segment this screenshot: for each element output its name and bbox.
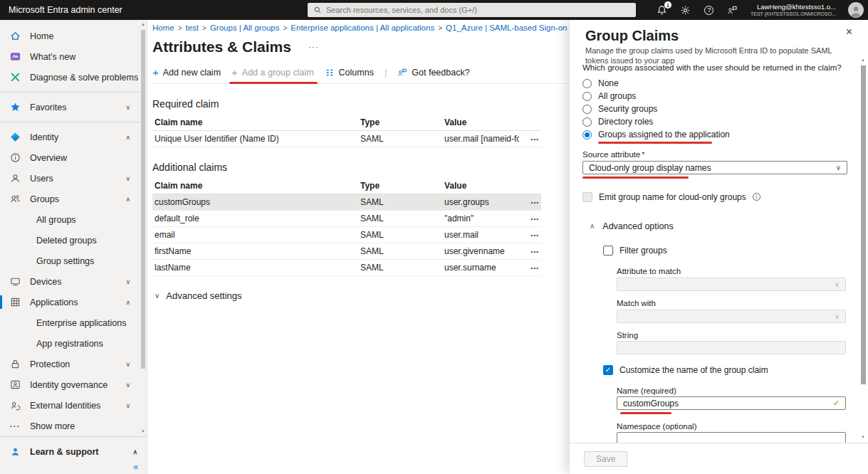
column-header[interactable]: Value: [444, 117, 519, 127]
feedback-button[interactable]: [727, 4, 738, 16]
add-group-claim-button[interactable]: + Add a group claim: [231, 68, 314, 78]
row-menu-button[interactable]: •••: [519, 248, 539, 255]
chevron-up-icon[interactable]: ∧: [132, 448, 141, 455]
radio-option-directory-roles[interactable]: Directory roles: [582, 115, 857, 128]
breadcrumb-item[interactable]: Enterprise applications | All applicatio…: [291, 23, 434, 32]
columns-button[interactable]: Columns: [325, 68, 374, 78]
panel-scrollbar[interactable]: ▲ ▼: [859, 57, 867, 440]
account-menu[interactable]: LawHeng@khtestsso1.o... TEST (KHTESTSSO1…: [751, 3, 836, 17]
column-header[interactable]: Type: [360, 117, 444, 127]
sidebar-item-groups[interactable]: Groups ∧: [0, 189, 140, 209]
radio-option-none[interactable]: None: [582, 77, 857, 90]
table-row[interactable]: lastName SAML user.surname •••: [152, 260, 541, 276]
add-new-claim-button[interactable]: + Add new claim: [152, 68, 221, 78]
checkbox-icon[interactable]: [603, 246, 613, 256]
chevron-down-icon[interactable]: ∨: [125, 278, 134, 285]
sidebar-item-overview[interactable]: Overview: [0, 147, 140, 168]
row-menu-button[interactable]: •••: [519, 136, 539, 142]
sidebar-item-whats-new[interactable]: What's new: [0, 46, 140, 67]
chevron-up-icon[interactable]: ∧: [125, 196, 134, 203]
sidebar-item-protection[interactable]: Protection ∨: [0, 354, 140, 374]
sidebar-item-external-identities[interactable]: External Identities ∨: [0, 395, 140, 416]
sidebar-item-identity-governance[interactable]: Identity governance ∨: [0, 374, 140, 395]
radio-icon[interactable]: [582, 79, 592, 88]
scroll-up-icon[interactable]: ▲: [859, 57, 867, 63]
settings-button[interactable]: [680, 4, 691, 16]
radio-selected-icon[interactable]: [582, 130, 592, 139]
help-button[interactable]: ?: [704, 4, 715, 16]
sidebar-item-deleted-groups[interactable]: Deleted groups: [0, 230, 140, 251]
table-row[interactable]: default_role SAML "admin" •••: [152, 211, 541, 227]
row-menu-button[interactable]: •••: [519, 216, 539, 222]
sidebar-item-devices[interactable]: Devices ∨: [0, 271, 140, 292]
sidebar-item-favorites[interactable]: Favorites ∨: [0, 97, 140, 117]
row-menu-button[interactable]: •••: [519, 232, 539, 238]
app-title[interactable]: Microsoft Entra admin center: [0, 5, 122, 15]
sidebar-item-users[interactable]: Users ∨: [0, 168, 140, 189]
customize-name-checkbox-row[interactable]: ✓ Customize the name of the group claim: [603, 364, 857, 375]
advanced-options-toggle[interactable]: ∧ Advanced options: [582, 221, 857, 231]
collapse-nav-button[interactable]: «: [133, 462, 138, 472]
chevron-down-icon[interactable]: ∨: [125, 104, 134, 111]
chevron-down-icon[interactable]: ∨: [125, 402, 134, 409]
radio-option-all-groups[interactable]: All groups: [582, 90, 857, 102]
sidebar-item-show-more[interactable]: ··· Show more: [0, 416, 140, 436]
notifications-button[interactable]: 1: [657, 4, 668, 16]
column-header[interactable]: Type: [360, 181, 444, 191]
breadcrumb-item[interactable]: test: [186, 23, 199, 32]
match-with-dropdown[interactable]: ∨: [617, 310, 846, 323]
sidebar-item-applications[interactable]: Applications ∧: [0, 292, 140, 312]
scroll-down-icon[interactable]: ▼: [140, 428, 146, 434]
breadcrumb-item[interactable]: Home: [152, 23, 174, 32]
row-menu-button[interactable]: •••: [519, 199, 539, 206]
name-input[interactable]: [623, 399, 822, 409]
sidebar-item-home[interactable]: Home: [0, 26, 140, 46]
column-header[interactable]: Claim name: [152, 181, 360, 191]
sidebar-item-app-registrations[interactable]: App registrations: [0, 333, 140, 354]
close-icon[interactable]: ×: [846, 26, 852, 38]
got-feedback-button[interactable]: Got feedback?: [397, 68, 469, 78]
string-input[interactable]: [617, 341, 846, 354]
breadcrumb-item[interactable]: Groups | All groups: [210, 23, 280, 32]
global-search[interactable]: [308, 3, 636, 17]
column-header[interactable]: Value: [444, 181, 519, 191]
scrollbar-thumb[interactable]: [861, 65, 866, 384]
source-attribute-dropdown[interactable]: Cloud-only group display names ∨: [582, 161, 847, 174]
radio-option-groups-assigned[interactable]: Groups assigned to the application: [582, 128, 857, 141]
sidebar-item-group-settings[interactable]: Group settings: [0, 251, 140, 271]
page-menu-button[interactable]: ···: [308, 42, 319, 52]
radio-icon[interactable]: [582, 105, 592, 114]
radio-option-security-groups[interactable]: Security groups: [582, 102, 857, 115]
checkbox-checked-icon[interactable]: ✓: [603, 365, 613, 375]
checkbox-icon[interactable]: [582, 192, 592, 202]
sidebar-item-learn-support[interactable]: Learn & support ∧: [0, 441, 147, 462]
save-button[interactable]: Save: [584, 451, 627, 467]
radio-icon[interactable]: [582, 92, 592, 101]
table-row[interactable]: email SAML user.mail •••: [152, 227, 541, 243]
table-row[interactable]: Unique User Identifier (Name ID) SAML us…: [152, 131, 541, 147]
chevron-down-icon[interactable]: ∨: [125, 381, 134, 389]
attribute-to-match-dropdown[interactable]: ∨: [617, 278, 846, 291]
scrollbar-thumb[interactable]: [141, 30, 145, 369]
chevron-up-icon[interactable]: ∧: [125, 299, 134, 306]
sidebar-item-all-groups[interactable]: All groups: [0, 209, 140, 230]
emit-group-name-checkbox-row[interactable]: Emit group name for cloud-only groups i: [582, 191, 857, 202]
breadcrumb-item[interactable]: Q1_Azure | SAML-based Sign-on: [446, 23, 567, 32]
scroll-down-icon[interactable]: ▼: [859, 434, 867, 440]
sidebar-item-enterprise-applications[interactable]: Enterprise applications: [0, 312, 140, 333]
column-header[interactable]: Claim name: [152, 117, 360, 127]
sidebar-item-identity[interactable]: Identity ∧: [0, 127, 140, 147]
table-row[interactable]: customGroups SAML user.groups •••: [152, 194, 541, 211]
chevron-down-icon[interactable]: ∨: [125, 361, 134, 368]
chevron-down-icon[interactable]: ∨: [125, 175, 134, 182]
chevron-up-icon[interactable]: ∧: [125, 134, 134, 141]
radio-icon[interactable]: [582, 117, 592, 127]
table-row[interactable]: firstName SAML user.givenname •••: [152, 243, 541, 260]
namespace-input[interactable]: [623, 434, 822, 443]
sidebar-item-diagnose[interactable]: Diagnose & solve problems: [0, 67, 140, 88]
search-input[interactable]: [326, 6, 630, 14]
sidebar-scrollbar[interactable]: ▲ ▼: [140, 21, 146, 434]
row-menu-button[interactable]: •••: [519, 265, 539, 271]
info-icon[interactable]: i: [753, 193, 760, 201]
scroll-up-icon[interactable]: ▲: [140, 21, 146, 27]
